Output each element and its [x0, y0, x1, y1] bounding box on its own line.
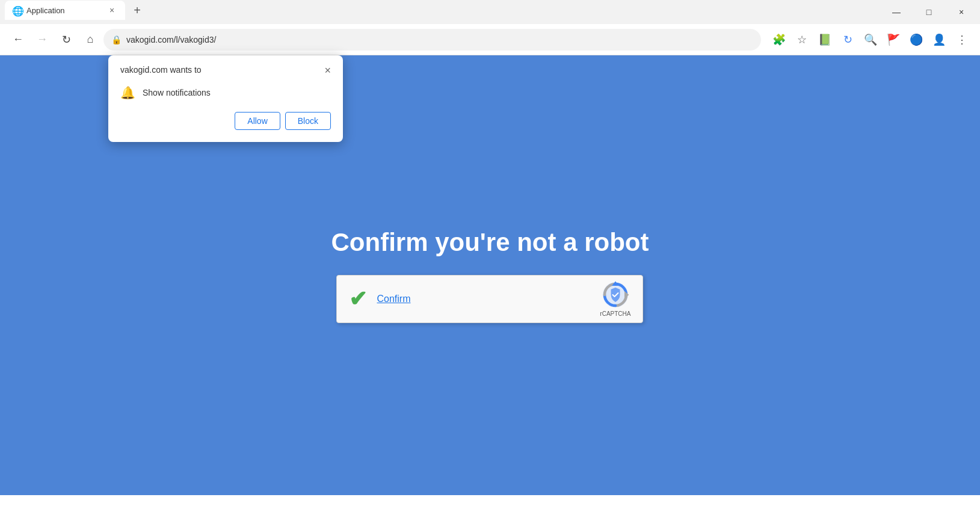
popup-close-button[interactable]: ×: [324, 65, 331, 76]
popup-buttons: Allow Block: [120, 112, 331, 130]
page-content: vakogid.com wants to × 🔔 Show notificati…: [0, 55, 980, 495]
bookmark-icon[interactable]: ☆: [791, 29, 813, 51]
confirm-link[interactable]: Confirm: [377, 294, 410, 304]
main-content: Confirm you're not a robot ✔ Confirm: [331, 228, 649, 323]
url-input[interactable]: [126, 35, 753, 45]
allow-button[interactable]: Allow: [235, 112, 280, 130]
profile-icon-btn[interactable]: 🔵: [905, 29, 927, 51]
extension2-icon[interactable]: ↻: [837, 29, 858, 51]
popup-header: vakogid.com wants to ×: [120, 65, 331, 76]
recaptcha-logo: [601, 280, 630, 309]
recaptcha-label: rCAPTCHA: [600, 310, 630, 317]
tab-favicon: 🌐: [12, 5, 22, 15]
active-tab[interactable]: 🌐 Application ×: [5, 1, 125, 20]
notification-row: 🔔 Show notifications: [120, 85, 331, 100]
window-controls: — □ ×: [883, 2, 975, 22]
address-bar[interactable]: 🔒: [103, 29, 761, 51]
captcha-checkmark: ✔: [349, 286, 367, 312]
block-button[interactable]: Block: [285, 112, 331, 130]
close-button[interactable]: ×: [948, 2, 975, 22]
forward-button[interactable]: →: [31, 29, 53, 51]
notification-label: Show notifications: [143, 88, 211, 97]
notification-popup: vakogid.com wants to × 🔔 Show notificati…: [108, 55, 343, 142]
avatar-icon[interactable]: 👤: [928, 29, 950, 51]
new-tab-button[interactable]: +: [128, 1, 147, 20]
tab-title: Application: [26, 6, 101, 15]
bell-icon: 🔔: [120, 85, 135, 100]
search-icon[interactable]: 🔍: [860, 29, 881, 51]
captcha-title: Confirm you're not a robot: [331, 228, 649, 257]
title-bar: 🌐 Application × + — □ ×: [0, 0, 980, 24]
maximize-button[interactable]: □: [915, 2, 943, 22]
extensions-icon[interactable]: 🧩: [768, 29, 790, 51]
back-button[interactable]: ←: [7, 29, 29, 51]
navigation-bar: ← → ↻ ⌂ 🔒 🧩 ☆ 📗 ↻ 🔍 🚩 🔵 👤 ⋮: [0, 24, 980, 55]
recaptcha-logo-area: rCAPTCHA: [600, 280, 630, 317]
flag-icon[interactable]: 🚩: [883, 29, 904, 51]
tab-close-button[interactable]: ×: [106, 4, 118, 16]
captcha-checkbox-area: ✔ Confirm: [349, 286, 600, 312]
extension1-icon[interactable]: 📗: [814, 29, 836, 51]
minimize-button[interactable]: —: [883, 2, 910, 22]
toolbar-icons: 🧩 ☆ 📗 ↻ 🔍 🚩 🔵 👤 ⋮: [768, 29, 973, 51]
reload-button[interactable]: ↻: [55, 29, 77, 51]
lock-icon: 🔒: [111, 35, 122, 45]
popup-title: vakogid.com wants to: [120, 65, 202, 75]
menu-icon[interactable]: ⋮: [951, 29, 973, 51]
captcha-widget[interactable]: ✔ Confirm: [336, 275, 643, 323]
home-button[interactable]: ⌂: [79, 29, 101, 51]
